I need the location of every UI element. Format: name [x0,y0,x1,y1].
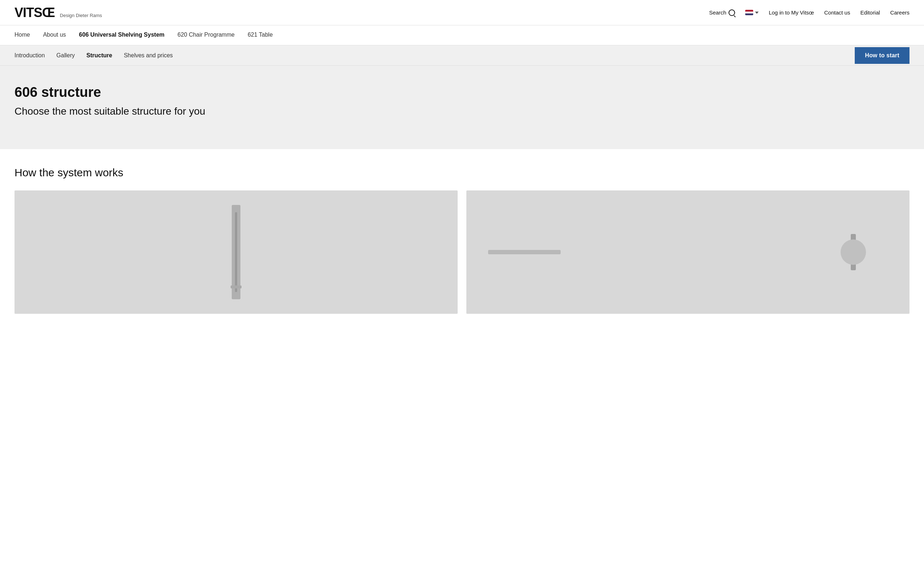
wall-bracket-scene [466,191,909,314]
language-selector[interactable] [745,10,759,15]
bracket-rail [488,250,561,254]
logo-area: VITSŒ Design Dieter Rams [15,5,102,20]
bracket-disk [841,239,866,265]
image-freestanding [15,191,458,314]
logo-subtitle: Design Dieter Rams [60,13,102,18]
editorial-link[interactable]: Editorial [860,9,880,16]
careers-link[interactable]: Careers [890,9,909,16]
nav-home[interactable]: Home [15,32,30,39]
nav-621[interactable]: 621 Table [248,32,273,39]
nav-about[interactable]: About us [43,32,66,39]
nav-620[interactable]: 620 Chair Programme [178,32,235,39]
content-section: How the system works [0,149,924,328]
search-label: Search [709,9,726,16]
subnav-shelves-prices[interactable]: Shelves and prices [124,52,172,59]
subnav-gallery[interactable]: Gallery [57,52,75,59]
image-grid [15,191,909,314]
shelf-post-graphic [232,205,240,299]
hero-title: 606 structure [15,84,909,100]
logo-text[interactable]: VITSŒ [15,5,55,20]
contact-link[interactable]: Contact us [824,9,850,16]
search-icon [729,9,735,16]
hero-subtitle: Choose the most suitable structure for y… [15,105,909,118]
main-nav: Home About us 606 Universal Shelving Sys… [0,26,924,45]
flag-icon [745,10,753,15]
how-to-start-button[interactable]: How to start [855,47,909,64]
login-link[interactable]: Log in to My Vitsœ [769,9,814,16]
top-bar: VITSŒ Design Dieter Rams Search Log in t… [0,0,924,26]
hero-section: 606 structure Choose the most suitable s… [0,66,924,149]
shelf-post-accent [231,285,242,288]
image-wall-mounted [466,191,909,314]
chevron-down-icon [755,12,759,14]
nav-606[interactable]: 606 Universal Shelving System [79,32,165,39]
subnav-structure[interactable]: Structure [86,52,112,59]
sub-nav: Introduction Gallery Structure Shelves a… [0,45,924,66]
section-title: How the system works [15,167,909,179]
search-button[interactable]: Search [709,9,735,16]
subnav-introduction[interactable]: Introduction [15,52,45,59]
